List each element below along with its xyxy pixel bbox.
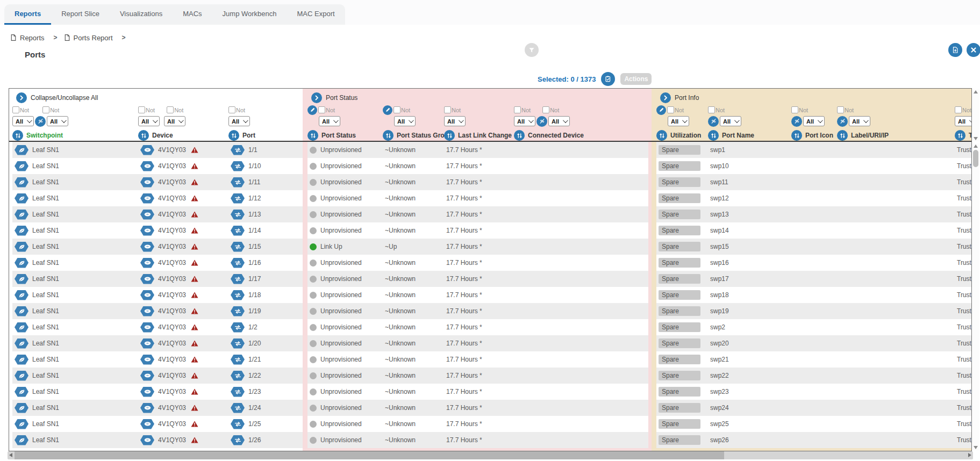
table-row[interactable]: Spare swp12 Trusted xyxy=(656,190,972,206)
table-row[interactable]: Unprovisioned ~Unknown 17.7 Hours * xyxy=(307,174,648,190)
tab[interactable]: Visualizations xyxy=(110,4,173,25)
table-row[interactable]: Leaf SN1 4V1QY03 xyxy=(12,335,303,351)
select-all-icon[interactable] xyxy=(601,72,615,86)
table-row[interactable]: Spare swp11 Trusted xyxy=(656,174,972,190)
column-label-connected-device[interactable]: Connected Device xyxy=(528,132,584,139)
filter-not-checkbox[interactable] xyxy=(138,106,145,113)
legend-icon[interactable] xyxy=(656,105,666,115)
table-row[interactable]: Leaf SN1 4V1QY03 xyxy=(12,400,303,416)
table-row[interactable]: Unprovisioned ~Unknown 17.7 Hours * xyxy=(307,368,648,384)
filter-all-select[interactable]: All xyxy=(803,116,825,126)
table-row[interactable]: Leaf SN1 4V1QY03 xyxy=(12,432,303,448)
table-row[interactable]: Leaf SN1 4V1QY03 xyxy=(12,271,303,287)
table-row[interactable]: Unprovisioned ~Unknown 17.7 Hours * xyxy=(307,271,648,287)
table-row[interactable]: Leaf SN1 4V1QY03 xyxy=(12,255,303,271)
horizontal-scroll-thumb[interactable] xyxy=(15,451,724,459)
horizontal-scrollbar[interactable] xyxy=(8,451,973,459)
wildcard-icon[interactable]: % xyxy=(537,116,547,127)
column-label-device[interactable]: Device xyxy=(152,132,173,139)
table-row[interactable]: Leaf SN1 4V1QY03 xyxy=(12,174,303,190)
table-row[interactable]: Spare swp21 Trusted xyxy=(656,351,972,368)
table-row[interactable]: Leaf SN1 4V1QY03 xyxy=(12,287,303,303)
table-row[interactable]: Spare swp25 Trusted xyxy=(656,416,972,432)
filter-not-checkbox[interactable] xyxy=(514,106,521,113)
table-row[interactable]: Unprovisioned ~Unknown 17.7 Hours * xyxy=(307,190,648,206)
table-row[interactable]: Unprovisioned ~Unknown 17.7 Hours * xyxy=(307,432,648,448)
wildcard-icon[interactable]: % xyxy=(708,116,719,127)
filter-not-checkbox[interactable] xyxy=(394,106,400,113)
filter-all-select[interactable]: All xyxy=(164,116,185,126)
sort-icon[interactable] xyxy=(383,130,394,141)
sort-icon[interactable] xyxy=(837,130,848,141)
filter-all-select[interactable]: All xyxy=(319,116,340,126)
table-row[interactable]: Leaf SN1 4V1QY03 xyxy=(12,303,303,319)
table-row[interactable]: Spare swp19 Trusted xyxy=(656,303,972,319)
sort-icon[interactable] xyxy=(228,130,239,141)
table-row[interactable]: Spare swp16 Trusted xyxy=(656,255,972,271)
filter-all-select[interactable]: All xyxy=(47,116,68,126)
tab[interactable]: Jump Workbench xyxy=(212,4,287,25)
sort-icon[interactable] xyxy=(708,130,719,141)
body-vertical-scrollbar[interactable] xyxy=(972,143,979,450)
table-row[interactable]: Leaf SN1 4V1QY03 xyxy=(12,319,303,335)
header-vertical-scrollbar[interactable] xyxy=(972,89,979,141)
wildcard-icon[interactable]: % xyxy=(35,116,46,127)
legend-icon[interactable] xyxy=(307,105,317,115)
tab[interactable]: MAC Export xyxy=(287,4,345,25)
table-row[interactable]: Unprovisioned ~Unknown 17.7 Hours * xyxy=(307,335,648,351)
filter-not-checkbox[interactable] xyxy=(667,106,674,113)
scroll-up-arrow[interactable] xyxy=(974,145,978,148)
table-row[interactable]: Leaf SN1 4V1QY03 xyxy=(12,368,303,384)
column-label-utilization[interactable]: Utilization xyxy=(670,132,701,139)
sort-icon[interactable] xyxy=(791,130,802,141)
column-label-port-status[interactable]: Port Status xyxy=(321,132,356,139)
table-row[interactable]: Leaf SN1 4V1QY03 xyxy=(12,190,303,206)
filter-all-select[interactable]: All xyxy=(514,116,535,126)
table-row[interactable]: Unprovisioned ~Unknown 17.7 Hours * xyxy=(307,142,648,158)
table-row[interactable]: Spare swp26 Trusted xyxy=(656,432,972,448)
table-row[interactable]: Spare swp17 Trusted xyxy=(656,271,972,287)
table-row[interactable]: Leaf SN1 4V1QY03 xyxy=(12,222,303,239)
collapse-chevron-icon[interactable] xyxy=(16,92,27,103)
table-row[interactable]: Leaf SN1 4V1QY03 xyxy=(12,158,303,174)
table-row[interactable]: Link Up ~Up 17.7 Hours * xyxy=(307,239,648,255)
filter-all-select[interactable]: All xyxy=(444,116,466,126)
table-row[interactable]: Spare swp13 Trusted xyxy=(656,206,972,222)
filter-all-select[interactable]: All xyxy=(849,116,870,126)
table-row[interactable]: Unprovisioned ~Unknown 17.7 Hours * xyxy=(307,158,648,174)
breadcrumb-item[interactable]: Reports > xyxy=(10,34,63,42)
table-row[interactable]: Unprovisioned ~Unknown 17.7 Hours * xyxy=(307,400,648,416)
column-label-trusted[interactable]: Trusted xyxy=(969,132,972,139)
export-report-icon[interactable] xyxy=(948,43,962,57)
filter-all-select[interactable]: All xyxy=(12,116,34,126)
filter-all-select[interactable]: All xyxy=(228,116,250,126)
filter-not-checkbox[interactable] xyxy=(791,106,798,113)
sort-icon[interactable] xyxy=(138,130,149,141)
table-row[interactable]: Spare swp18 Trusted xyxy=(656,287,972,303)
table-row[interactable]: Unprovisioned ~Unknown 17.7 Hours * xyxy=(307,255,648,271)
table-row[interactable]: Unprovisioned ~Unknown 17.7 Hours * xyxy=(307,384,648,400)
table-row[interactable]: Unprovisioned ~Unknown 17.7 Hours * xyxy=(307,287,648,303)
filter-all-select[interactable]: All xyxy=(548,116,570,126)
table-row[interactable]: Leaf SN1 4V1QY03 xyxy=(12,416,303,432)
column-label-label-uri-ip[interactable]: Label/URI/IP xyxy=(851,132,889,139)
table-row[interactable]: Leaf SN1 4V1QY03 xyxy=(12,206,303,222)
scroll-down-arrow[interactable] xyxy=(974,446,978,449)
tab[interactable]: Report Slice xyxy=(51,4,110,25)
table-row[interactable]: Leaf SN1 4V1QY03 xyxy=(12,384,303,400)
filter-not-checkbox[interactable] xyxy=(444,106,451,113)
sort-icon[interactable] xyxy=(307,130,318,141)
table-row[interactable]: Leaf SN1 4V1QY03 xyxy=(12,142,303,158)
table-row[interactable]: Unprovisioned ~Unknown 17.7 Hours * xyxy=(307,222,648,239)
column-label-last-link-change[interactable]: Last Link Change xyxy=(458,132,512,139)
close-icon[interactable] xyxy=(967,43,980,57)
scroll-right-arrow[interactable] xyxy=(968,453,971,457)
filter-all-select[interactable]: All xyxy=(955,116,972,126)
table-row[interactable]: Leaf SN1 4V1QY03 xyxy=(12,351,303,368)
wildcard-icon[interactable]: % xyxy=(791,116,802,127)
table-row[interactable]: Unprovisioned ~Unknown 17.7 Hours * xyxy=(307,303,648,319)
table-row[interactable]: Spare swp15 Trusted xyxy=(656,239,972,255)
table-row[interactable]: Spare swp14 Trusted xyxy=(656,222,972,239)
filter-all-select[interactable]: All xyxy=(138,116,160,126)
sort-icon[interactable] xyxy=(444,130,455,141)
